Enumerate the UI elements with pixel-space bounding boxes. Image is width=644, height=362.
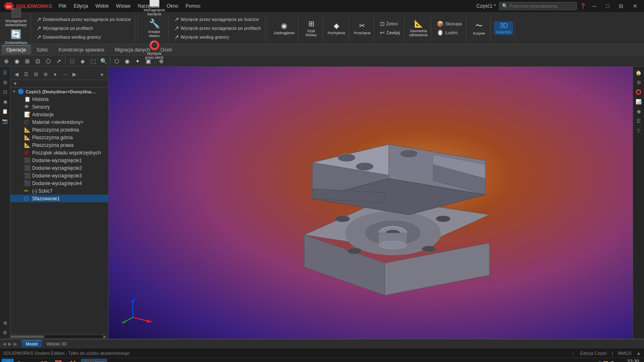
stb-btn-2[interactable]: ◉ [12,56,22,66]
sweep-boss-button[interactable]: ↗ Dodanie/baza przez wyciągnięcie po ści… [34,15,133,23]
maximize-btn[interactable]: □ [603,2,613,10]
tree-item-right-plane[interactable]: 📐 Płaszczyzna prawa [10,141,108,149]
taskbar-explorer[interactable]: 📁 [37,359,51,362]
tab-operacje[interactable]: Operacje [2,45,31,54]
close-btn[interactable]: ✕ [630,2,641,10]
extrude-boss-button[interactable]: ⬛ Wyciągnięciedodania/bazy [4,7,29,28]
tree-item-extrude4[interactable]: ⬛ Dodanie-wyciagnięcie4 [10,179,108,187]
restore-btn[interactable]: ⧉ [616,2,626,10]
panel-icon-settings[interactable]: ⚙ [1,328,10,337]
btabs-scroll-right2[interactable]: ▶ [13,341,18,347]
wrap-button[interactable]: ↩ Zawijaj [378,29,402,37]
stb-btn-7[interactable]: □ [67,56,77,66]
tree-item-extrude3[interactable]: ⬛ Dodanie-wyciagnięcie3 [10,172,108,179]
loft-boss-button[interactable]: ↗ Wyciągnięcie po profilach [34,24,133,32]
extrude-cut-button[interactable]: ⬜ Wyciągnięciewycięcia [142,0,167,17]
tree-item-top-plane[interactable]: 📐 Płaszczyzna górna [10,134,108,141]
stb-btn-15[interactable]: ⊕ [157,56,166,66]
stb-btn-12[interactable]: ◉ [122,56,132,66]
boundary-cut-button[interactable]: ↗ Wycięcie według granicy [172,33,263,41]
tree-tb-back[interactable]: ◀ [12,70,21,78]
ref-geometry-button[interactable]: 📐 Geometriaodniesienia [408,19,429,38]
tree-tb-arrow[interactable]: → [60,70,69,78]
tree-item-annotations[interactable]: 📝 Adnotacje [10,111,108,118]
sweep-cut-button[interactable]: ↗ Wycięcie przez wyciągnięcie po ścieżce [172,15,263,23]
menu-wstaw[interactable]: Wstaw [113,2,134,10]
tree-item-origin[interactable]: ⊕ Początek układu współrzędnych [10,149,108,156]
tab-szkic[interactable]: Szkic [32,45,53,54]
taskbar-firefox[interactable]: 🦊 [66,359,80,362]
mirror-button[interactable]: 🪞 Lustro [434,29,464,37]
search-box[interactable]: 🔍 [499,2,577,10]
stb-btn-9[interactable]: ⬚ [88,56,98,66]
scroll-right[interactable]: ▶ [103,334,107,339]
linear-pattern-button[interactable]: ⊞ Szykliniowy [301,19,321,38]
menu-pomoc[interactable]: Pomoc [182,2,204,10]
stb-btn-13[interactable]: ✦ [133,56,142,66]
rp-grid-btn[interactable]: ⊞ [634,78,643,87]
panel-icon-bottom[interactable]: ⊕ [1,319,10,327]
btabs-scroll-right[interactable]: ▶ [7,341,12,347]
stb-btn-8[interactable]: ◈ [78,56,87,66]
tree-tb-list[interactable]: ☰ [22,70,31,78]
tree-item-front-plane[interactable]: 📐 Płaszczyzna przednia [10,126,108,134]
stb-btn-6[interactable]: ↗ [54,56,64,66]
3d-viewport[interactable]: Z X Y [109,67,633,339]
tree-tb-dot[interactable]: ● [51,70,60,78]
rib-button[interactable]: ⊡ Żebro [378,20,402,28]
tree-item-sketch7[interactable]: ✏ (-) Szkic7 [10,187,108,195]
hole-wizard-button[interactable]: 🔧 Kreatorotworu [144,18,164,39]
btab-model[interactable]: Model [22,340,42,347]
tree-item-history[interactable]: 📋 Historia [10,95,108,103]
tree-item-extrude1[interactable]: ⬛ Dodanie-wyciagnięcie1 [10,156,108,164]
panel-icon-feature-tree[interactable]: ☰ [1,68,10,77]
menu-plik[interactable]: Plik [56,2,70,10]
tab-migracja[interactable]: Migracja danych [110,45,155,54]
btabs-scroll-left[interactable]: ◀ [2,341,7,347]
scroll-track[interactable] [6,335,103,338]
fillet-button[interactable]: ◉ Zaokrąglenie [272,21,296,36]
panel-icon-appearance[interactable]: ◉ [1,97,10,106]
rp-down-btn[interactable]: ▽ [634,126,643,135]
stb-btn-3[interactable]: ⊞ [23,56,32,66]
tree-tb-grid[interactable]: ⊞ [31,70,40,78]
rp-circle-btn[interactable]: ⭕ [634,88,643,97]
stb-btn-11[interactable]: ⬡ [112,56,122,66]
rp-chart-btn[interactable]: 📊 [634,97,643,106]
stb-btn-1[interactable]: ⊕ [2,56,11,66]
tab-konstrukcje[interactable]: Konstrukcje spawane [54,45,109,54]
tree-item-part[interactable]: ▼ 🔵 Część1 (Domyślna<<Domyślna>_Star [10,88,108,95]
tree-item-extrude2[interactable]: ⬛ Dodanie-wyciagnięcie2 [10,164,108,172]
panel-icon-custom[interactable]: 📋 [1,107,10,116]
menu-edycja[interactable]: Edycja [70,2,91,10]
instant3d-button[interactable]: 3D Instant3D [494,21,513,35]
units-arrow-icon[interactable]: ▲ [636,351,641,356]
tree-tb-add[interactable]: ⊕ [41,70,50,78]
intersect-button[interactable]: ✂ Przecięcie [352,21,372,36]
boundary-boss-button[interactable]: ↗ Dodanie/baza według granicy [34,33,133,41]
panel-resize-handle[interactable] [107,67,109,339]
stb-btn-5[interactable]: ⬡ [43,56,53,66]
shell-button[interactable]: 📦 Skorupa [434,20,464,28]
stb-btn-4[interactable]: ⊡ [33,56,43,66]
rp-home-btn[interactable]: 🏠 [634,68,643,77]
help-icon[interactable]: ❓ [580,3,586,9]
tree-tb-play[interactable]: ▶ [70,70,79,78]
taskbar-opera[interactable]: 🅾 [52,359,65,362]
tree-item-chamfer1[interactable]: ⬡ Sfazowanie1 [10,195,108,202]
draft-button[interactable]: ◆ Pochylenie [326,21,347,36]
rp-dot-btn[interactable]: ◉ [634,107,643,116]
loft-cut-button[interactable]: ↗ Wycięcie przez wyciągnięcie po profila… [172,24,263,32]
panel-icon-property[interactable]: ⊞ [1,78,10,87]
stb-btn-14[interactable]: ▣ [143,56,153,66]
panel-icon-config[interactable]: ⊡ [1,88,10,97]
panel-icon-cam[interactable]: 📷 [1,117,10,125]
tab-ocen[interactable]: Oceń [156,45,177,54]
search-input[interactable] [510,4,574,8]
stb-btn-10[interactable]: 🔍 [99,56,108,66]
tree-item-material[interactable]: ⬡ Materiał <nieokreślony> [10,118,108,126]
rp-list-btn[interactable]: ☰ [634,117,643,125]
search-taskbar-button[interactable]: 🔍 [14,359,25,362]
curves-button[interactable]: 〜 Krzywe [469,20,489,36]
menu-widok[interactable]: Widok [92,2,112,10]
